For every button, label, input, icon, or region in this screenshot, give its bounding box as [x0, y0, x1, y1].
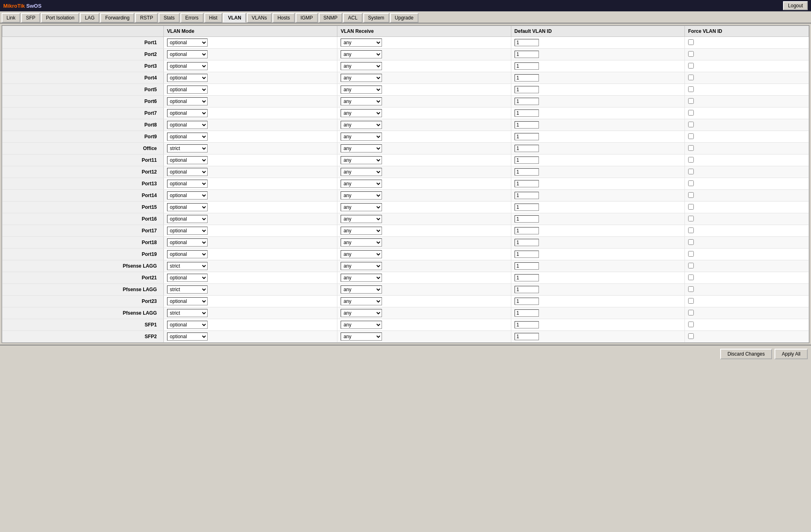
- force-vlan-id-checkbox[interactable]: [688, 122, 694, 127]
- vlan-mode-select[interactable]: optionalenabledstrictdisabled: [167, 238, 208, 247]
- force-vlan-id-cell[interactable]: [684, 84, 809, 96]
- vlan-mode-cell[interactable]: optionalenabledstrictdisabled: [163, 131, 337, 143]
- vlan-receive-select[interactable]: anyonly taggedonly untagged: [341, 297, 382, 305]
- vlan-receive-cell[interactable]: anyonly taggedonly untagged: [337, 49, 511, 60]
- force-vlan-id-checkbox[interactable]: [688, 322, 694, 327]
- vlan-mode-select[interactable]: optionalenabledstrictdisabled: [167, 262, 208, 270]
- vlan-mode-select[interactable]: optionalenabledstrictdisabled: [167, 97, 208, 105]
- force-vlan-id-cell[interactable]: [684, 331, 809, 343]
- force-vlan-id-checkbox[interactable]: [688, 286, 694, 292]
- apply-all-button[interactable]: Apply All: [775, 349, 808, 359]
- force-vlan-id-cell[interactable]: [684, 37, 809, 49]
- vlan-mode-select[interactable]: optionalenabledstrictdisabled: [167, 156, 208, 164]
- nav-tab-errors[interactable]: Errors: [180, 13, 204, 23]
- default-vlan-id-cell[interactable]: [511, 319, 684, 331]
- force-vlan-id-checkbox[interactable]: [688, 298, 694, 304]
- vlan-mode-select[interactable]: optionalenabledstrictdisabled: [167, 180, 208, 188]
- vlan-mode-cell[interactable]: optionalenabledstrictdisabled: [163, 249, 337, 260]
- default-vlan-id-input[interactable]: [515, 286, 539, 293]
- nav-tab-lag[interactable]: LAG: [80, 13, 99, 23]
- force-vlan-id-checkbox[interactable]: [688, 239, 694, 245]
- vlan-mode-select[interactable]: optionalenabledstrictdisabled: [167, 62, 208, 70]
- force-vlan-id-checkbox[interactable]: [688, 180, 694, 186]
- default-vlan-id-input[interactable]: [515, 39, 539, 46]
- default-vlan-id-input[interactable]: [515, 62, 539, 70]
- force-vlan-id-checkbox[interactable]: [688, 333, 694, 339]
- nav-tab-link[interactable]: Link: [2, 13, 20, 23]
- vlan-receive-select[interactable]: anyonly taggedonly untagged: [341, 50, 382, 58]
- default-vlan-id-cell[interactable]: [511, 213, 684, 225]
- vlan-mode-select[interactable]: optionalenabledstrictdisabled: [167, 321, 208, 329]
- default-vlan-id-cell[interactable]: [511, 225, 684, 237]
- force-vlan-id-checkbox[interactable]: [688, 275, 694, 280]
- vlan-mode-cell[interactable]: optionalenabledstrictdisabled: [163, 213, 337, 225]
- force-vlan-id-cell[interactable]: [684, 178, 809, 190]
- vlan-mode-select[interactable]: optionalenabledstrictdisabled: [167, 191, 208, 200]
- nav-tab-system[interactable]: System: [363, 13, 389, 23]
- force-vlan-id-cell[interactable]: [684, 307, 809, 319]
- vlan-mode-select[interactable]: optionalenabledstrictdisabled: [167, 50, 208, 58]
- force-vlan-id-cell[interactable]: [684, 272, 809, 284]
- force-vlan-id-cell[interactable]: [684, 154, 809, 166]
- vlan-mode-cell[interactable]: optionalenabledstrictdisabled: [163, 284, 337, 296]
- vlan-receive-cell[interactable]: anyonly taggedonly untagged: [337, 260, 511, 272]
- vlan-receive-select[interactable]: anyonly taggedonly untagged: [341, 285, 382, 294]
- vlan-receive-cell[interactable]: anyonly taggedonly untagged: [337, 190, 511, 202]
- vlan-receive-cell[interactable]: anyonly taggedonly untagged: [337, 213, 511, 225]
- default-vlan-id-cell[interactable]: [511, 96, 684, 107]
- vlan-mode-select[interactable]: optionalenabledstrictdisabled: [167, 250, 208, 258]
- force-vlan-id-cell[interactable]: [684, 237, 809, 249]
- force-vlan-id-cell[interactable]: [684, 225, 809, 237]
- default-vlan-id-input[interactable]: [515, 180, 539, 187]
- vlan-receive-select[interactable]: anyonly taggedonly untagged: [341, 262, 382, 270]
- logout-button[interactable]: Logout: [783, 1, 808, 10]
- vlan-mode-select[interactable]: optionalenabledstrictdisabled: [167, 168, 208, 176]
- default-vlan-id-cell[interactable]: [511, 284, 684, 296]
- vlan-mode-select[interactable]: optionalenabledstrictdisabled: [167, 39, 208, 47]
- nav-tab-hosts[interactable]: Hosts: [272, 13, 295, 23]
- nav-tab-rstp[interactable]: RSTP: [135, 13, 158, 23]
- force-vlan-id-cell[interactable]: [684, 202, 809, 213]
- force-vlan-id-cell[interactable]: [684, 213, 809, 225]
- default-vlan-id-input[interactable]: [515, 145, 539, 152]
- vlan-mode-cell[interactable]: optionalenabledstrictdisabled: [163, 178, 337, 190]
- force-vlan-id-checkbox[interactable]: [688, 145, 694, 151]
- default-vlan-id-input[interactable]: [515, 192, 539, 199]
- nav-tab-stats[interactable]: Stats: [159, 13, 179, 23]
- vlan-mode-select[interactable]: optionalenabledstrictdisabled: [167, 309, 208, 317]
- force-vlan-id-checkbox[interactable]: [688, 98, 694, 104]
- vlan-mode-cell[interactable]: optionalenabledstrictdisabled: [163, 307, 337, 319]
- default-vlan-id-input[interactable]: [515, 109, 539, 117]
- force-vlan-id-cell[interactable]: [684, 131, 809, 143]
- vlan-receive-select[interactable]: anyonly taggedonly untagged: [341, 215, 382, 223]
- vlan-mode-select[interactable]: optionalenabledstrictdisabled: [167, 109, 208, 117]
- vlan-receive-select[interactable]: anyonly taggedonly untagged: [341, 274, 382, 282]
- vlan-receive-select[interactable]: anyonly taggedonly untagged: [341, 309, 382, 317]
- default-vlan-id-cell[interactable]: [511, 331, 684, 343]
- force-vlan-id-checkbox[interactable]: [688, 251, 694, 257]
- vlan-receive-select[interactable]: anyonly taggedonly untagged: [341, 39, 382, 47]
- vlan-receive-cell[interactable]: anyonly taggedonly untagged: [337, 296, 511, 307]
- vlan-receive-select[interactable]: anyonly taggedonly untagged: [341, 86, 382, 94]
- vlan-mode-cell[interactable]: optionalenabledstrictdisabled: [163, 331, 337, 343]
- vlan-receive-cell[interactable]: anyonly taggedonly untagged: [337, 178, 511, 190]
- vlan-mode-select[interactable]: optionalenabledstrictdisabled: [167, 203, 208, 211]
- default-vlan-id-input[interactable]: [515, 168, 539, 176]
- force-vlan-id-checkbox[interactable]: [688, 192, 694, 198]
- default-vlan-id-cell[interactable]: [511, 107, 684, 119]
- force-vlan-id-cell[interactable]: [684, 119, 809, 131]
- force-vlan-id-checkbox[interactable]: [688, 86, 694, 92]
- vlan-mode-cell[interactable]: optionalenabledstrictdisabled: [163, 60, 337, 72]
- vlan-mode-cell[interactable]: optionalenabledstrictdisabled: [163, 119, 337, 131]
- default-vlan-id-cell[interactable]: [511, 202, 684, 213]
- force-vlan-id-cell[interactable]: [684, 166, 809, 178]
- vlan-receive-select[interactable]: anyonly taggedonly untagged: [341, 168, 382, 176]
- default-vlan-id-input[interactable]: [515, 321, 539, 328]
- default-vlan-id-cell[interactable]: [511, 37, 684, 49]
- default-vlan-id-cell[interactable]: [511, 237, 684, 249]
- vlan-mode-select[interactable]: optionalenabledstrictdisabled: [167, 285, 208, 294]
- vlan-receive-select[interactable]: anyonly taggedonly untagged: [341, 144, 382, 152]
- default-vlan-id-input[interactable]: [515, 251, 539, 258]
- force-vlan-id-cell[interactable]: [684, 49, 809, 60]
- default-vlan-id-input[interactable]: [515, 262, 539, 270]
